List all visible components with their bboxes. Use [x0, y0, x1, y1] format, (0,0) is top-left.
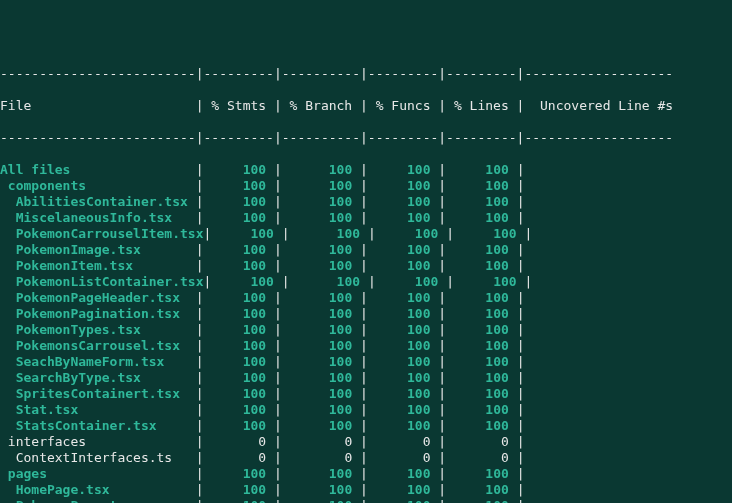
- coverage-row: SpritesContainert.tsx | 100 | 100 | 100 …: [0, 386, 732, 402]
- coverage-row: PokemonPage.tsx | 100 | 100 | 100 | 100 …: [0, 498, 732, 503]
- coverage-row: HomePage.tsx | 100 | 100 | 100 | 100 |: [0, 482, 732, 498]
- coverage-row: AbilitiesContainer.tsx | 100 | 100 | 100…: [0, 194, 732, 210]
- coverage-terminal-output: { "header": { "file": "File", "stmts": "…: [0, 16, 732, 503]
- coverage-row: SeachByNameForm.tsx | 100 | 100 | 100 | …: [0, 354, 732, 370]
- coverage-rows: All files | 100 | 100 | 100 | 100 | comp…: [0, 162, 732, 503]
- coverage-row: MiscelaneousInfo.tsx | 100 | 100 | 100 |…: [0, 210, 732, 226]
- coverage-row: All files | 100 | 100 | 100 | 100 |: [0, 162, 732, 178]
- coverage-row: interfaces | 0 | 0 | 0 | 0 |: [0, 434, 732, 450]
- coverage-row: PokemonImage.tsx | 100 | 100 | 100 | 100…: [0, 242, 732, 258]
- coverage-row: PokemonTypes.tsx | 100 | 100 | 100 | 100…: [0, 322, 732, 338]
- coverage-row: PokemonItem.tsx | 100 | 100 | 100 | 100 …: [0, 258, 732, 274]
- coverage-row: components | 100 | 100 | 100 | 100 |: [0, 178, 732, 194]
- coverage-row: PokemonPageHeader.tsx | 100 | 100 | 100 …: [0, 290, 732, 306]
- coverage-row: StatsContainer.tsx | 100 | 100 | 100 | 1…: [0, 418, 732, 434]
- coverage-row: PokemonPagination.tsx | 100 | 100 | 100 …: [0, 306, 732, 322]
- coverage-row: PokemonListContainer.tsx| 100 | 100 | 10…: [0, 274, 732, 290]
- coverage-row: SearchByType.tsx | 100 | 100 | 100 | 100…: [0, 370, 732, 386]
- coverage-row: PokemonsCarrousel.tsx | 100 | 100 | 100 …: [0, 338, 732, 354]
- coverage-row: ContextInterfaces.ts | 0 | 0 | 0 | 0 |: [0, 450, 732, 466]
- rule-top: -------------------------|---------|----…: [0, 66, 732, 82]
- rule-mid: -------------------------|---------|----…: [0, 130, 732, 146]
- header-row: File | % Stmts | % Branch | % Funcs | % …: [0, 98, 732, 114]
- coverage-row: PokemonCarrouselItem.tsx| 100 | 100 | 10…: [0, 226, 732, 242]
- coverage-row: pages | 100 | 100 | 100 | 100 |: [0, 466, 732, 482]
- coverage-row: Stat.tsx | 100 | 100 | 100 | 100 |: [0, 402, 732, 418]
